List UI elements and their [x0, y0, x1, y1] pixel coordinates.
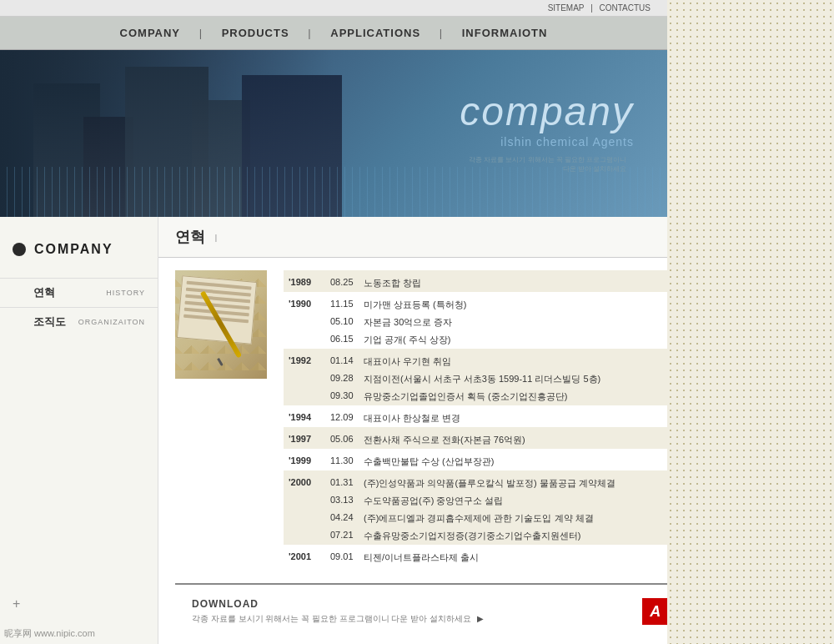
contactus-link[interactable]: CONTACTUS [600, 3, 651, 13]
year-2001: '2001 [284, 545, 325, 566]
sidebar-company-item[interactable]: COMPANY [0, 234, 158, 265]
adobe-a-letter: A [650, 603, 661, 621]
hero-text: company ilshin chemical Agents 각종 자료를 보시… [460, 92, 634, 174]
hero-lines [0, 167, 667, 217]
date-1990-1115: 11.15 [325, 292, 359, 314]
year-1997: '1997 [284, 427, 325, 449]
download-left: DOWNLOAD 각종 자료를 보시기 위해서는 꼭 필요한 프로그램이니 다운… [192, 598, 484, 625]
date-2000-0721: 07.21 [325, 527, 359, 545]
year-2000: '2000 [284, 470, 325, 492]
sidebar-item-orgchart[interactable]: 조직도 ORGANIZAITON [0, 307, 158, 336]
date-1997-0506: 05.06 [325, 427, 359, 449]
download-label: DOWNLOAD [192, 598, 484, 610]
date-1989-0825: 08.25 [325, 270, 359, 292]
sidebar-orgchart-sub: ORGANIZAITON [78, 318, 145, 326]
year-1994: '1994 [284, 405, 325, 427]
nav-sep1: | [199, 27, 203, 39]
nav-applications[interactable]: APPLICATIONS [330, 27, 420, 39]
date-1992-0928: 09.28 [325, 370, 359, 388]
hero-subtitle: ilshin chemical Agents [460, 135, 634, 148]
section-title: 연혁 I [175, 227, 218, 247]
sidebar-bullet-icon [13, 243, 26, 256]
adobe-icon: A [642, 598, 669, 625]
date-1990-0615: 06.15 [325, 331, 359, 349]
nav-sep2: | [308, 27, 311, 39]
right-decoration [667, 0, 834, 644]
date-1999-1130: 11.30 [325, 449, 359, 470]
year-1999: '1999 [284, 449, 325, 470]
top-sep: | [590, 3, 593, 13]
hero-small-text: 각종 자료를 보시기 위해서는 꼭 필요한 프로그램이니다운 받아 설치하세요 [460, 155, 626, 174]
year-1989: '1989 [284, 270, 325, 292]
nav-products[interactable]: PRODUCTS [222, 27, 289, 39]
year-1992: '1992 [284, 349, 325, 370]
book-shape [177, 275, 257, 345]
nav-company[interactable]: COMPANY [120, 27, 180, 39]
date-2000-0313: 03.13 [325, 492, 359, 510]
sidebar-history-label: 연혁 [33, 285, 55, 300]
nav-bar: COMPANY | PRODUCTS | APPLICATIONS | INFO… [0, 17, 667, 50]
sidebar-title: COMPANY [34, 242, 113, 257]
nav-sep3: | [440, 27, 443, 39]
sidebar: COMPANY 연혁 HISTORY 조직도 ORGANIZAITON + [0, 217, 158, 644]
download-arrow-icon: ▶ [477, 614, 484, 623]
sidebar-item-history[interactable]: 연혁 HISTORY [0, 278, 158, 307]
date-1992-0930: 09.30 [325, 388, 359, 405]
top-bar: SITEMAP | CONTACTUS [0, 0, 667, 17]
history-image [175, 270, 267, 379]
date-1994-1209: 12.09 [325, 405, 359, 427]
hero-title: company [460, 92, 634, 132]
date-2001-0901: 09.01 [325, 545, 359, 566]
nav-information[interactable]: INFORMAIOTN [462, 27, 548, 39]
sidebar-orgchart-label: 조직도 [33, 314, 66, 330]
sidebar-plus-icon: + [13, 596, 20, 611]
watermark: 昵享网 www.nipic.com [4, 627, 95, 640]
hero-banner: company ilshin chemical Agents 각종 자료를 보시… [0, 50, 667, 217]
date-2000-0424: 04.24 [325, 510, 359, 527]
date-1990-0510: 05.10 [325, 314, 359, 331]
year-1990: '1990 [284, 292, 325, 314]
sidebar-history-sub: HISTORY [106, 289, 145, 297]
download-description: 각종 자료를 보시기 위해서는 꼭 필요한 프로그램이니 다운 받아 설치하세요… [192, 613, 484, 625]
date-1992-0114: 01.14 [325, 349, 359, 370]
date-2000-0131: 01.31 [325, 470, 359, 492]
sitemap-link[interactable]: SITEMAP [548, 3, 585, 13]
